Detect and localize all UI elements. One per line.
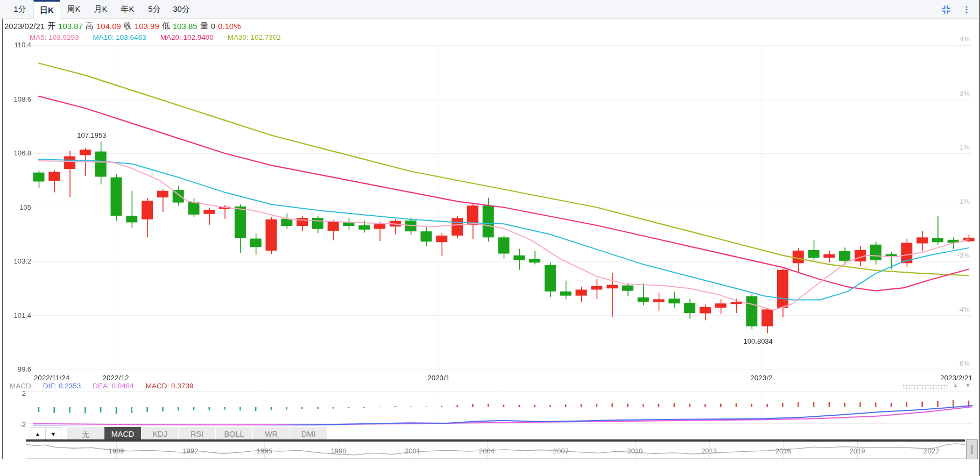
ma30-legend: MA30: 102.7302: [228, 33, 281, 41]
timeline-year-label: 1998: [331, 447, 347, 455]
high-value: 104.09: [96, 22, 121, 31]
timeline-year-label: 2004: [479, 447, 495, 455]
timeline-year-label: 2016: [775, 447, 791, 455]
low-label: 低: [162, 21, 170, 31]
volume-label: 量: [200, 21, 208, 31]
period-tab-3[interactable]: 周K: [60, 0, 87, 19]
macd-hist-value: MACD: 0.3739: [146, 382, 194, 390]
low-price-annotation: 100.8034: [744, 337, 803, 345]
panel-collapse-arrow-icon[interactable]: ▼: [965, 382, 971, 388]
panel-resize-handle[interactable]: [903, 384, 949, 389]
period-tab-2[interactable]: 日K: [33, 0, 60, 19]
macd-axis-tick: -2: [10, 421, 26, 429]
change-percent: 0.10%: [218, 22, 241, 31]
date-axis-label: 2023/2: [729, 374, 794, 382]
price-axis-tick: 103.2: [4, 257, 31, 265]
price-axis-tick: 101.4: [4, 311, 31, 319]
percent-axis-tick: -1%: [937, 197, 970, 205]
timeline-year-label: 2019: [850, 447, 865, 455]
volume-value: 0: [211, 22, 215, 31]
collapse-icon[interactable]: [940, 4, 952, 16]
ma5-legend: MA5: 103.9293: [30, 33, 79, 41]
macd-axis-tick: 2: [10, 389, 26, 397]
timeline-year-label: 2010: [627, 447, 643, 455]
period-tab-bar: 1分日K周K月K年K5分30分: [0, 0, 980, 19]
macd-dif-value: DIF: 0.2353: [43, 382, 81, 390]
topbar-icons: [940, 0, 972, 19]
timeline-year-label: 1995: [257, 447, 272, 455]
percent-axis-tick: 4%: [937, 35, 970, 43]
kebab-menu-icon[interactable]: [961, 4, 972, 16]
quote-bar: 2023/02/21 开 103.87 高 104.09 收 103.99 低 …: [4, 20, 244, 31]
period-tab-7[interactable]: 30分: [168, 0, 195, 19]
low-value: 103.85: [173, 22, 198, 31]
timeline-year-label: 2007: [553, 447, 569, 455]
price-axis-tick: 110.4: [4, 41, 31, 49]
price-axis-tick: 99.6: [4, 365, 31, 373]
macd-dea-value: DEA: 0.0484: [93, 382, 134, 390]
macd-panel-name: MACD: [10, 382, 31, 390]
percent-axis-tick: 3%: [937, 89, 970, 97]
scrubber-strip[interactable]: [26, 442, 978, 459]
period-tab-6[interactable]: 5分: [141, 0, 168, 19]
ma20-legend: MA20: 102.9400: [160, 33, 214, 41]
percent-axis-tick: 1%: [937, 143, 970, 151]
percent-axis-tick: -6%: [937, 359, 970, 367]
high-price-annotation: 107.1953: [77, 131, 136, 139]
panel-expand-arrow-icon[interactable]: ▲: [953, 382, 958, 388]
timeline-year-label: 1992: [182, 447, 198, 455]
timeline-year-label: 2022: [923, 447, 939, 455]
price-axis-tick: 106.8: [4, 149, 31, 157]
timeline-year-label: 2013: [701, 447, 717, 455]
open-label: 开: [47, 21, 55, 31]
date-axis-label: 2023/1: [406, 374, 471, 382]
percent-axis-tick: -3%: [937, 251, 970, 259]
panel-arrow-controls: ▲ ▼: [953, 381, 977, 389]
kline-chart-canvas[interactable]: [0, 0, 980, 476]
price-axis-tick: 108.6: [4, 95, 31, 103]
scrubber-handle[interactable]: [966, 439, 978, 459]
open-value: 103.87: [58, 22, 83, 31]
window-left-border: [2, 19, 3, 459]
ma-legend: MA5: 103.9293 MA10: 103.6463 MA20: 102.9…: [30, 32, 295, 42]
percent-axis-tick: -4%: [937, 306, 970, 314]
period-tab-4[interactable]: 月K: [87, 0, 114, 19]
ma10-legend: MA10: 103.6463: [93, 33, 146, 41]
period-tab-5[interactable]: 年K: [114, 0, 141, 19]
kline-chart-app: 1分日K周K月K年K5分30分 2023/02/21 开 103.87 高 10…: [0, 0, 980, 476]
timeline-year-label: 2001: [405, 447, 420, 455]
date-axis-label: 2022/11/24: [19, 374, 84, 382]
period-tabs: 1分日K周K月K年K5分30分: [6, 0, 195, 19]
macd-legend: MACD DIF: 0.2353 DEA: 0.0484 MACD: 0.373…: [10, 381, 205, 390]
price-axis-tick: 105: [4, 203, 31, 211]
period-tab-1[interactable]: 1分: [6, 0, 33, 19]
close-label: 收: [124, 21, 132, 31]
date-axis-label: 2022/12: [83, 374, 148, 382]
quote-date: 2023/02/21: [4, 22, 45, 31]
timeline-year-label: 1989: [109, 447, 124, 455]
close-value: 103.99: [135, 22, 159, 31]
high-label: 高: [86, 21, 94, 31]
